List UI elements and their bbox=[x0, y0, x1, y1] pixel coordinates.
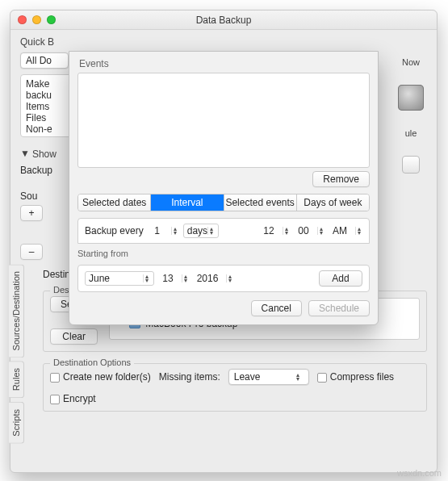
tab-days-of-week[interactable]: Days of week bbox=[297, 194, 369, 211]
chevron-updown-icon: ▴▾ bbox=[207, 227, 215, 235]
interval-value[interactable]: 1 bbox=[149, 225, 166, 236]
day-stepper[interactable]: ▴▾ bbox=[182, 274, 189, 282]
chevron-updown-icon: ▴▾ bbox=[292, 373, 304, 381]
quick-backup-label: Quick B bbox=[20, 36, 54, 48]
missing-items-select[interactable]: Leave ▴▾ bbox=[228, 369, 309, 385]
tab-selected-events[interactable]: Selected events bbox=[224, 194, 297, 211]
starting-from-label: Starting from bbox=[77, 249, 370, 258]
titlebar: Data Backup bbox=[10, 10, 437, 30]
year-stepper[interactable]: ▴▾ bbox=[226, 274, 233, 282]
time-ampm[interactable]: AM bbox=[329, 225, 350, 236]
triangle-down-icon: ▼ bbox=[20, 148, 30, 159]
tab-interval[interactable]: Interval bbox=[151, 194, 224, 211]
encrypt-checkbox[interactable]: Encrypt bbox=[50, 393, 96, 404]
schedule-icon[interactable] bbox=[402, 156, 420, 174]
start-month-select[interactable]: June ▴▾ bbox=[85, 271, 154, 286]
events-label: Events bbox=[79, 58, 370, 69]
window-title: Data Backup bbox=[10, 15, 437, 26]
missing-items-label: Missing items: bbox=[159, 371, 220, 383]
compress-checkbox[interactable]: Compress files bbox=[317, 371, 394, 383]
tab-rules[interactable]: Rules bbox=[9, 361, 24, 398]
remove-event-button[interactable]: Remove bbox=[312, 171, 370, 187]
events-list[interactable] bbox=[77, 73, 370, 168]
tab-sources-destination[interactable]: Sources/Destination bbox=[9, 264, 24, 358]
interval-unit-value: days bbox=[187, 225, 207, 236]
quick-backup-value: All Do bbox=[26, 55, 52, 66]
watermark: wsxdn.com bbox=[397, 468, 442, 478]
now-label: Now bbox=[402, 57, 420, 67]
time-minute[interactable]: 00 bbox=[295, 225, 312, 236]
backup-every-label: Backup every bbox=[85, 225, 144, 236]
minute-stepper[interactable]: ▴▾ bbox=[317, 227, 324, 235]
schedule-mode-tabs: Selected dates Interval Selected events … bbox=[77, 194, 370, 211]
add-event-button[interactable]: Add bbox=[319, 270, 362, 287]
start-month-value: June bbox=[89, 273, 110, 284]
schedule-fragment-label: ule bbox=[405, 128, 417, 138]
quick-backup-select[interactable]: All Do bbox=[20, 52, 69, 69]
destination-options-legend: Destination Options bbox=[50, 358, 134, 367]
tab-selected-dates[interactable]: Selected dates bbox=[78, 194, 151, 211]
tab-scripts[interactable]: Scripts bbox=[9, 402, 24, 444]
schedule-button[interactable]: Schedule bbox=[308, 300, 370, 316]
chevron-updown-icon: ▴▾ bbox=[143, 274, 150, 282]
create-folder-checkbox[interactable]: Create new folder(s) bbox=[50, 371, 151, 383]
missing-items-value: Leave bbox=[234, 371, 261, 383]
start-day[interactable]: 13 bbox=[159, 273, 177, 284]
interval-unit-select[interactable]: days ▴▾ bbox=[183, 224, 219, 238]
app-window: Data Backup Quick B All Do Make backu It… bbox=[10, 10, 438, 473]
schedule-sheet: Events Remove Selected dates Interval Se… bbox=[69, 51, 379, 325]
interval-stepper[interactable]: ▴▾ bbox=[171, 227, 178, 235]
clear-destination-button[interactable]: Clear bbox=[50, 328, 98, 345]
remove-source-button[interactable]: – bbox=[20, 244, 43, 260]
cancel-button[interactable]: Cancel bbox=[251, 300, 302, 316]
drive-icon[interactable] bbox=[398, 85, 424, 111]
ampm-stepper[interactable]: ▴▾ bbox=[355, 227, 362, 235]
time-hour[interactable]: 12 bbox=[260, 225, 278, 236]
hour-stepper[interactable]: ▴▾ bbox=[283, 227, 290, 235]
add-source-button[interactable]: + bbox=[20, 205, 43, 221]
start-year[interactable]: 2016 bbox=[194, 273, 221, 284]
